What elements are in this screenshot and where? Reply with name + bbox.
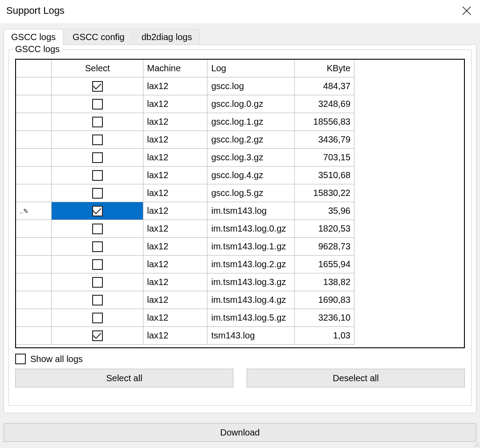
select-cell[interactable]	[52, 202, 143, 220]
tab-db2diag-logs[interactable]: db2diag logs	[134, 29, 199, 45]
row-select-checkbox[interactable]	[92, 99, 103, 110]
column-rowheader[interactable]	[16, 60, 52, 77]
row-header-cell[interactable]	[16, 131, 52, 149]
kbyte-cell[interactable]: 35,96	[295, 202, 354, 220]
select-cell[interactable]	[52, 220, 143, 238]
log-cell[interactable]: im.tsm143.log.1.gz	[207, 238, 295, 256]
table-row[interactable]: lax12gscc.log.3.gz703,15	[16, 149, 354, 167]
machine-cell[interactable]: lax12	[143, 184, 207, 202]
row-select-checkbox[interactable]	[92, 206, 103, 216]
table-row[interactable]: lax12im.tsm143.log.3.gz138,82	[16, 273, 354, 291]
column-log[interactable]: Log	[207, 60, 295, 77]
resize-grip-icon[interactable]	[472, 440, 479, 447]
table-row[interactable]: lax12gscc.log.1.gz18556,83	[16, 113, 354, 131]
row-select-checkbox[interactable]	[92, 81, 103, 92]
kbyte-cell[interactable]: 1820,53	[295, 220, 354, 238]
kbyte-cell[interactable]: 138,82	[295, 273, 354, 291]
row-header-cell[interactable]	[16, 309, 52, 327]
row-select-checkbox[interactable]	[92, 277, 103, 288]
log-cell[interactable]: gscc.log	[207, 77, 295, 95]
tab-gscc-logs[interactable]: GSCC logs	[4, 29, 63, 45]
machine-cell[interactable]: lax12	[143, 273, 207, 291]
row-header-cell[interactable]	[16, 220, 52, 238]
table-row[interactable]: lax12gscc.log484,37	[16, 77, 354, 95]
table-row[interactable]: lax12im.tsm143.log.5.gz3236,10	[16, 309, 354, 327]
show-all-logs-checkbox[interactable]	[15, 354, 26, 364]
machine-cell[interactable]: lax12	[143, 238, 207, 256]
machine-cell[interactable]: lax12	[143, 256, 207, 273]
select-cell[interactable]	[52, 149, 143, 167]
row-select-checkbox[interactable]	[92, 170, 103, 181]
machine-cell[interactable]: lax12	[143, 309, 207, 327]
select-cell[interactable]	[52, 184, 143, 202]
kbyte-cell[interactable]: 1690,83	[295, 291, 354, 309]
select-cell[interactable]	[52, 131, 143, 149]
machine-cell[interactable]: lax12	[143, 327, 207, 345]
row-header-cell[interactable]	[16, 256, 52, 273]
row-select-checkbox[interactable]	[92, 134, 103, 145]
row-header-cell[interactable]: ..✎	[16, 202, 52, 220]
log-cell[interactable]: im.tsm143.log.3.gz	[207, 273, 295, 291]
row-select-checkbox[interactable]	[92, 224, 103, 234]
table-row[interactable]: lax12gscc.log.2.gz3436,79	[16, 131, 354, 149]
row-header-cell[interactable]	[16, 238, 52, 256]
row-header-cell[interactable]	[16, 167, 52, 184]
row-select-checkbox[interactable]	[92, 330, 103, 341]
kbyte-cell[interactable]: 3436,79	[295, 131, 354, 149]
machine-cell[interactable]: lax12	[143, 149, 207, 167]
log-cell[interactable]: im.tsm143.log.5.gz	[207, 309, 295, 327]
select-cell[interactable]	[52, 167, 143, 184]
table-row[interactable]: lax12tsm143.log1,03	[16, 327, 354, 345]
column-select[interactable]: Select	[52, 60, 143, 77]
machine-cell[interactable]: lax12	[143, 95, 207, 113]
select-cell[interactable]	[52, 256, 143, 273]
machine-cell[interactable]: lax12	[143, 131, 207, 149]
machine-cell[interactable]: lax12	[143, 220, 207, 238]
select-cell[interactable]	[52, 291, 143, 309]
row-select-checkbox[interactable]	[92, 152, 103, 163]
table-row[interactable]: lax12im.tsm143.log.2.gz1655,94	[16, 256, 354, 273]
kbyte-cell[interactable]: 3510,68	[295, 167, 354, 184]
logs-grid[interactable]: Select Machine Log KByte lax12gscc.log48…	[15, 59, 465, 348]
row-header-cell[interactable]	[16, 95, 52, 113]
machine-cell[interactable]: lax12	[143, 113, 207, 131]
select-cell[interactable]	[52, 113, 143, 131]
table-row[interactable]: lax12im.tsm143.log.1.gz9628,73	[16, 238, 354, 256]
row-header-cell[interactable]	[16, 327, 52, 345]
row-header-cell[interactable]	[16, 149, 52, 167]
table-row[interactable]: lax12gscc.log.5.gz15830,22	[16, 184, 354, 202]
close-button[interactable]	[458, 2, 476, 20]
table-row[interactable]: lax12im.tsm143.log.0.gz1820,53	[16, 220, 354, 238]
select-cell[interactable]	[52, 95, 143, 113]
deselect-all-button[interactable]: Deselect all	[247, 369, 465, 387]
log-cell[interactable]: gscc.log.0.gz	[207, 95, 295, 113]
log-cell[interactable]: gscc.log.1.gz	[207, 113, 295, 131]
row-select-checkbox[interactable]	[92, 117, 103, 127]
kbyte-cell[interactable]: 1655,94	[295, 256, 354, 273]
log-cell[interactable]: gscc.log.4.gz	[207, 167, 295, 184]
table-row[interactable]: lax12gscc.log.0.gz3248,69	[16, 95, 354, 113]
kbyte-cell[interactable]: 484,37	[295, 77, 354, 95]
select-cell[interactable]	[52, 309, 143, 327]
log-cell[interactable]: im.tsm143.log.0.gz	[207, 220, 295, 238]
machine-cell[interactable]: lax12	[143, 77, 207, 95]
column-kbyte[interactable]: KByte	[295, 60, 354, 77]
row-header-cell[interactable]	[16, 273, 52, 291]
machine-cell[interactable]: lax12	[143, 202, 207, 220]
column-machine[interactable]: Machine	[143, 60, 207, 77]
log-cell[interactable]: gscc.log.5.gz	[207, 184, 295, 202]
table-row[interactable]: ..✎lax12im.tsm143.log35,96	[16, 202, 354, 220]
kbyte-cell[interactable]: 703,15	[295, 149, 354, 167]
table-row[interactable]: lax12gscc.log.4.gz3510,68	[16, 167, 354, 184]
row-header-cell[interactable]	[16, 184, 52, 202]
kbyte-cell[interactable]: 3248,69	[295, 95, 354, 113]
row-select-checkbox[interactable]	[92, 259, 103, 270]
log-cell[interactable]: gscc.log.2.gz	[207, 131, 295, 149]
log-cell[interactable]: gscc.log.3.gz	[207, 149, 295, 167]
select-all-button[interactable]: Select all	[15, 369, 233, 387]
row-select-checkbox[interactable]	[92, 241, 103, 252]
kbyte-cell[interactable]: 1,03	[295, 327, 354, 345]
row-header-cell[interactable]	[16, 77, 52, 95]
select-cell[interactable]	[52, 238, 143, 256]
tab-gscc-config[interactable]: GSCC config	[65, 29, 132, 45]
